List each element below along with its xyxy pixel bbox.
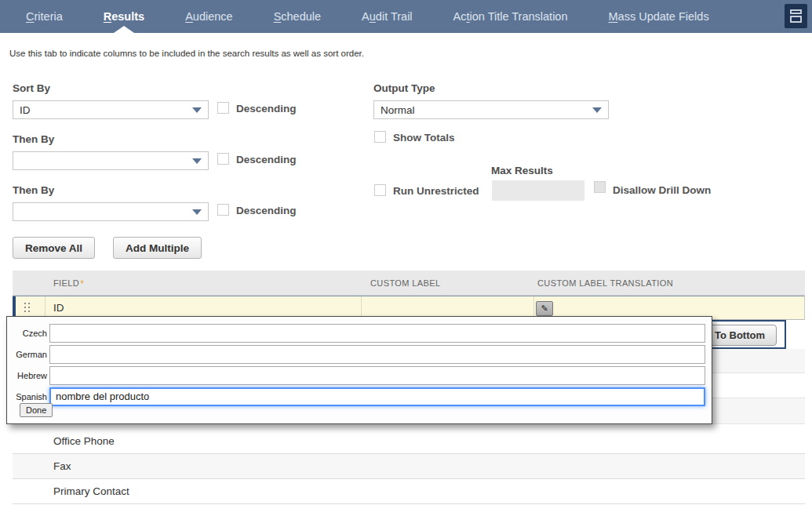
max-results-input[interactable] — [492, 180, 584, 201]
to-bottom-button[interactable]: To Bottom — [703, 325, 777, 346]
language-label-german: German — [7, 350, 49, 359]
field-cell: Primary Contact — [53, 485, 129, 497]
table-row[interactable]: Fax — [13, 454, 805, 479]
panel-list-icon-top — [790, 9, 802, 14]
translation-input-hebrew[interactable] — [49, 366, 705, 385]
sort-by-value: ID — [20, 104, 192, 116]
column-header-custom-label-translation: CUSTOM LABEL TRANSLATION — [537, 278, 673, 288]
required-marker: * — [80, 278, 84, 289]
run-unrestricted-label: Run Unrestricted — [393, 185, 479, 197]
table-row[interactable]: Office Phone — [13, 429, 805, 454]
translation-row-czech: Czech — [7, 322, 712, 343]
tab-results-label: Results — [104, 10, 144, 23]
run-unrestricted-checkbox[interactable] — [374, 184, 386, 196]
nav-tabs: Criteria Results Audience Schedule Audit… — [0, 0, 709, 33]
descending-checkbox-2[interactable] — [217, 153, 229, 165]
descending-label-1: Descending — [236, 103, 297, 114]
tab-criteria[interactable]: Criteria — [26, 0, 63, 33]
column-header-field: FIELD* — [53, 278, 84, 289]
show-totals-checkbox[interactable] — [374, 131, 386, 143]
output-type-dropdown[interactable]: Normal — [373, 100, 609, 119]
language-label-czech: Czech — [7, 329, 49, 338]
field-cell: Fax — [53, 460, 71, 472]
language-label-hebrew: Hebrew — [7, 371, 49, 380]
pencil-icon[interactable]: ✎ — [536, 301, 553, 316]
panel-list-icon-bottom — [790, 16, 802, 23]
tab-action-title-translation[interactable]: Action Title Translation — [453, 0, 568, 33]
then-by-label-2: Then By — [13, 184, 54, 196]
sort-by-dropdown[interactable]: ID — [13, 100, 209, 119]
table-header: FIELD* CUSTOM LABEL CUSTOM LABEL TRANSLA… — [13, 271, 805, 296]
then-by-label-1: Then By — [13, 133, 54, 145]
chevron-down-icon — [192, 209, 202, 215]
translation-input-spanish[interactable] — [49, 387, 705, 406]
descending-checkbox-3[interactable] — [217, 204, 229, 216]
max-results-label: Max Results — [491, 165, 553, 176]
then-by-dropdown-1[interactable] — [13, 151, 209, 170]
done-button[interactable]: Done — [20, 403, 53, 417]
chevron-down-icon — [592, 107, 602, 113]
tab-audit-trail[interactable]: Audit Trail — [362, 0, 413, 33]
output-type-label: Output Type — [373, 82, 435, 94]
tab-audience[interactable]: Audience — [185, 0, 232, 33]
field-cell: ID — [53, 302, 64, 314]
translation-row-hebrew: Hebrew — [7, 365, 712, 386]
tab-mass-update-fields[interactable]: Mass Update Fields — [608, 0, 708, 33]
output-type-value: Normal — [381, 104, 592, 116]
sort-by-label: Sort By — [13, 82, 50, 94]
tab-schedule[interactable]: Schedule — [274, 0, 321, 33]
show-totals-label: Show Totals — [393, 132, 455, 144]
tab-results[interactable]: Results — [104, 0, 144, 33]
disallow-drill-down-label: Disallow Drill Down — [613, 184, 711, 196]
translation-row-german: German — [7, 343, 712, 365]
disallow-drill-down-checkbox[interactable] — [594, 181, 606, 193]
field-cell: Office Phone — [53, 435, 115, 447]
descending-checkbox-1[interactable] — [217, 102, 229, 114]
chevron-down-icon — [192, 107, 202, 113]
panel-list-icon[interactable] — [785, 4, 807, 28]
then-by-dropdown-2[interactable] — [13, 202, 209, 221]
active-tab-pointer — [114, 26, 134, 33]
remove-all-button[interactable]: Remove All — [13, 237, 95, 259]
descending-label-3: Descending — [236, 205, 297, 216]
drag-handle-icon[interactable] — [24, 303, 31, 314]
translation-row-spanish: Spanish — [7, 386, 712, 407]
language-label-spanish: Spanish — [7, 392, 49, 401]
descending-label-2: Descending — [236, 154, 297, 165]
tab-description: Use this tab to indicate columns to be i… — [9, 49, 364, 58]
add-multiple-button[interactable]: Add Multiple — [113, 237, 202, 259]
chevron-down-icon — [192, 158, 202, 164]
translation-input-german[interactable] — [49, 345, 705, 364]
custom-label-translation-popup: Czech German Hebrew Spanish Done — [6, 316, 712, 424]
tab-bar: Criteria Results Audience Schedule Audit… — [0, 0, 812, 33]
table-row[interactable]: Primary Contact — [13, 479, 805, 504]
column-header-custom-label: CUSTOM LABEL — [370, 278, 441, 288]
translation-input-czech[interactable] — [49, 324, 705, 343]
